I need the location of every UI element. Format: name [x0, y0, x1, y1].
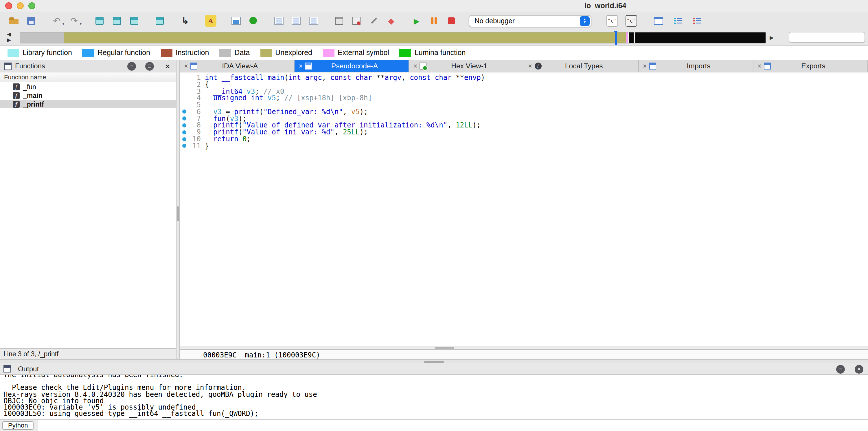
output-panel-title: Output	[18, 365, 39, 373]
function-name-column-header[interactable]: Function name	[0, 73, 176, 82]
nav-right-icon[interactable]: ▶	[7, 37, 11, 43]
imports-icon	[649, 63, 656, 69]
tab-close-icon[interactable]: ×	[299, 62, 303, 70]
address-dot[interactable]	[180, 130, 188, 135]
list-cyan-icon[interactable]	[672, 15, 683, 27]
legend-label: External symbol	[338, 49, 389, 57]
output-menu-button[interactable]: ≡	[836, 365, 845, 373]
tab-exports[interactable]: ×Exports	[753, 60, 868, 72]
code-line: 3 __int64 v3; // x0	[180, 88, 868, 95]
tab-local-types[interactable]: ×Local Types	[524, 60, 639, 72]
function-row[interactable]: f_main	[0, 91, 176, 99]
table-view-icon[interactable]	[653, 15, 664, 27]
nav-band[interactable]	[20, 32, 765, 44]
minimize-window-button[interactable]	[17, 2, 24, 9]
nav-segment-dark2[interactable]	[635, 32, 766, 43]
address-dot[interactable]	[180, 123, 188, 127]
graph-view-icon[interactable]	[230, 15, 242, 27]
code-line: 9 printf("Value of ini_var: %d", 25LL);	[180, 129, 868, 136]
cli-input[interactable]	[38, 420, 868, 431]
output-lines[interactable]: The initial autoanalysis has been finish…	[0, 375, 868, 420]
open-file-icon[interactable]	[8, 15, 20, 27]
nav-segment-data[interactable]	[20, 32, 64, 43]
pseudocode-view-icon[interactable]	[625, 15, 637, 27]
debugger-select[interactable]: No debugger ▲▼	[469, 15, 591, 27]
code-line: 5	[180, 102, 868, 108]
zoom-window-button[interactable]	[28, 2, 35, 9]
output-close-button[interactable]: ×	[855, 365, 863, 373]
list-red-icon[interactable]	[691, 15, 703, 27]
tab-label: Hex View-1	[427, 62, 512, 70]
navigate-back-icon[interactable]	[51, 15, 62, 27]
function-row[interactable]: f_printf	[0, 99, 176, 108]
tab-imports[interactable]: ×Imports	[639, 60, 753, 72]
code-horizontal-scrollbar[interactable]	[180, 346, 868, 349]
desktop-window-icon-2[interactable]	[111, 15, 123, 27]
text-options-icon[interactable]	[205, 15, 216, 27]
desktop-window-icon-3[interactable]	[128, 15, 140, 27]
window-controls	[5, 2, 35, 9]
stop-process-icon[interactable]	[445, 15, 457, 27]
jump-to-address-icon[interactable]	[179, 15, 191, 27]
function-name: _main	[23, 92, 42, 99]
address-dot[interactable]	[180, 144, 188, 148]
desktop-window-icon-4[interactable]	[154, 15, 165, 27]
cli-language-button[interactable]: Python	[2, 421, 34, 430]
nav-search-input[interactable]	[789, 32, 865, 43]
panel-float-button[interactable]: □	[145, 62, 154, 71]
code-text: unsigned int v5; // [xsp+18h] [xbp-8h]	[205, 94, 372, 102]
toolbar-left-icons	[0, 15, 457, 27]
list-view-icon-3[interactable]	[308, 15, 319, 27]
list-view-icon-1[interactable]	[273, 15, 285, 27]
pause-process-icon[interactable]	[428, 15, 440, 27]
address-dot[interactable]	[180, 137, 188, 141]
tab-pseudocode-a[interactable]: ×Pseudocode-A	[294, 60, 409, 72]
horizontal-splitter-grip[interactable]	[424, 361, 444, 363]
navigate-forward-icon[interactable]	[68, 15, 80, 27]
tab-close-icon[interactable]: ×	[528, 62, 532, 70]
list-view-icon-2[interactable]	[290, 15, 302, 27]
tab-label: IDA View-A	[197, 62, 282, 70]
tab-close-icon[interactable]: ×	[184, 62, 188, 70]
window-edit-icon[interactable]	[333, 15, 345, 27]
vertical-splitter[interactable]	[176, 60, 180, 359]
address-dot[interactable]	[180, 116, 188, 120]
signature-icon[interactable]	[368, 15, 380, 27]
nav-scroll-left[interactable]: ◀▶	[7, 31, 11, 43]
tab-close-icon[interactable]: ×	[413, 62, 417, 70]
output-panel: Output ≡ × The initial autoanalysis has …	[0, 363, 868, 420]
tab-ida-view-a[interactable]: ×IDA View-A	[180, 60, 294, 72]
save-file-icon[interactable]	[26, 15, 37, 27]
exports-icon	[764, 63, 771, 69]
nav-segment-dark[interactable]	[629, 32, 633, 43]
nav-current-position-marker[interactable]	[615, 31, 617, 45]
code-line: 11}	[180, 143, 868, 149]
desktop-window-icon-1[interactable]	[94, 15, 105, 27]
select-stepper-icon[interactable]: ▲▼	[580, 16, 590, 26]
legend-swatch	[7, 49, 19, 56]
code-scrollbar-grip[interactable]	[435, 347, 454, 349]
nav-left-icon[interactable]: ◀	[7, 31, 11, 37]
pseudocode-status-bar: 00003E9C _main:1 (100003E9C)	[180, 349, 868, 359]
nav-segment-unexplored[interactable]	[64, 32, 626, 43]
window-breakpoint-icon[interactable]	[351, 15, 362, 27]
tab-hex-view-1[interactable]: ×Hex View-1	[409, 60, 524, 72]
lumina-icon[interactable]	[248, 15, 259, 27]
vertical-splitter-grip[interactable]	[177, 206, 179, 221]
output-header: Output ≡ ×	[0, 363, 868, 375]
function-row[interactable]: f_fun	[0, 82, 176, 91]
breakpoint-icon[interactable]	[385, 15, 397, 27]
pseudocode-lines[interactable]: 1int __fastcall main(int argc, const cha…	[180, 73, 868, 346]
address-dot[interactable]	[180, 110, 188, 114]
nav-scroll-right-icon[interactable]: ▶	[770, 35, 774, 40]
close-window-button[interactable]	[5, 2, 12, 9]
start-process-icon[interactable]	[411, 15, 423, 27]
tab-close-icon[interactable]: ×	[757, 62, 762, 70]
legend-label: Unexplored	[275, 49, 312, 57]
produce-c-file-icon[interactable]	[607, 15, 618, 27]
horizontal-splitter[interactable]	[0, 359, 868, 363]
panel-menu-button[interactable]: ≡	[127, 62, 136, 71]
panel-close-button[interactable]: ×	[163, 62, 172, 71]
code-line: 7 fun(v3);	[180, 115, 868, 122]
tab-close-icon[interactable]: ×	[643, 62, 647, 70]
